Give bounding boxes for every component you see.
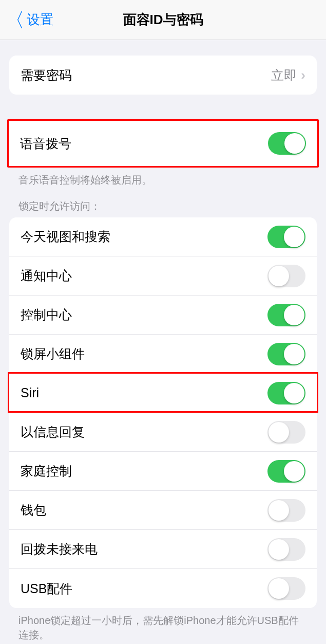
lock-access-label: 锁屏小组件 bbox=[21, 345, 85, 362]
require-passcode-label: 需要密码 bbox=[21, 67, 72, 84]
voice-dial-row: 语音拨号 bbox=[9, 121, 317, 166]
lock-access-row: 锁屏小组件 bbox=[9, 335, 317, 374]
lock-access-row: Siri bbox=[9, 374, 317, 413]
lock-access-toggle[interactable] bbox=[267, 421, 305, 444]
lock-access-row: 通知中心 bbox=[9, 256, 317, 296]
lock-access-toggle[interactable] bbox=[267, 499, 305, 522]
lock-access-row: 以信息回复 bbox=[9, 413, 317, 452]
voice-dial-toggle[interactable] bbox=[268, 132, 306, 155]
lock-access-toggle[interactable] bbox=[267, 460, 305, 483]
lock-access-label: 通知中心 bbox=[21, 267, 72, 284]
lock-access-label: 以信息回复 bbox=[21, 424, 85, 440]
lock-access-row: USB配件 bbox=[9, 569, 317, 608]
lock-access-label: USB配件 bbox=[21, 580, 72, 597]
back-button[interactable]: 〈 设置 bbox=[5, 10, 53, 30]
page-title: 面容ID与密码 bbox=[123, 11, 203, 29]
chevron-right-icon: › bbox=[301, 67, 305, 83]
lock-access-label: 回拨未接来电 bbox=[21, 541, 98, 558]
lock-access-toggle[interactable] bbox=[267, 538, 305, 561]
voice-dial-label: 语音拨号 bbox=[20, 135, 71, 152]
lock-access-row: 回拨未接来电 bbox=[9, 530, 317, 569]
navigation-bar: 〈 设置 面容ID与密码 bbox=[0, 0, 326, 40]
lock-access-row: 家庭控制 bbox=[9, 452, 317, 491]
lock-access-toggle[interactable] bbox=[267, 265, 305, 287]
require-passcode-row[interactable]: 需要密码 立即 › bbox=[9, 56, 317, 95]
lock-access-row: 控制中心 bbox=[9, 296, 317, 335]
lock-access-row: 钱包 bbox=[9, 491, 317, 530]
lock-access-group: 今天视图和搜索通知中心控制中心锁屏小组件Siri以信息回复家庭控制钱包回拨未接来… bbox=[9, 217, 317, 608]
lock-access-label: 家庭控制 bbox=[21, 463, 72, 480]
lock-access-row: 今天视图和搜索 bbox=[9, 217, 317, 256]
back-label: 设置 bbox=[27, 11, 53, 29]
chevron-left-icon: 〈 bbox=[5, 10, 25, 30]
lock-access-label: 今天视图和搜索 bbox=[21, 228, 110, 245]
lock-access-label: 钱包 bbox=[21, 502, 46, 519]
lock-access-footer: iPhone锁定超过一小时后，需先解锁iPhone才能允许USB配件连接。 bbox=[0, 608, 326, 642]
require-passcode-group: 需要密码 立即 › bbox=[9, 56, 317, 95]
lock-access-label: Siri bbox=[21, 385, 39, 400]
lock-access-header: 锁定时允许访问： bbox=[0, 187, 326, 217]
lock-access-toggle[interactable] bbox=[267, 304, 305, 326]
lock-access-toggle[interactable] bbox=[267, 343, 305, 365]
lock-access-toggle[interactable] bbox=[267, 577, 305, 600]
voice-dial-footer: 音乐语音控制将始终被启用。 bbox=[0, 168, 326, 187]
lock-access-toggle[interactable] bbox=[267, 226, 305, 248]
voice-dial-highlight: 语音拨号 bbox=[7, 119, 319, 168]
lock-access-toggle[interactable] bbox=[267, 382, 305, 404]
require-passcode-value: 立即 bbox=[271, 67, 297, 84]
lock-access-label: 控制中心 bbox=[21, 306, 72, 323]
